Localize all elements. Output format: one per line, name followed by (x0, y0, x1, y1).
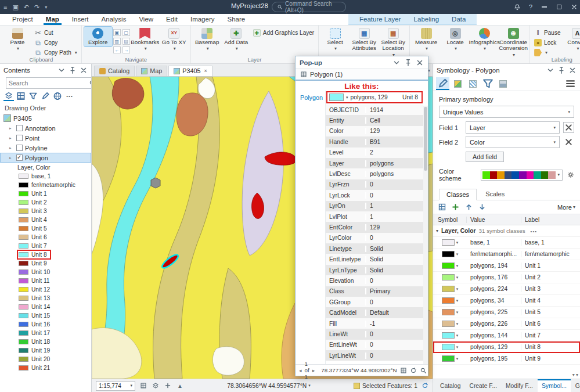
close-popup-icon[interactable] (416, 59, 424, 67)
copy-path-button[interactable]: ⧉Copy Path (33, 48, 79, 57)
legend-item[interactable]: fen\metamorphic (17, 181, 79, 189)
legend-item[interactable]: Unit 4 (17, 215, 51, 224)
previous-extent-icon[interactable]: ← (113, 46, 121, 53)
swatch-caret-icon[interactable] (456, 240, 459, 245)
symbol-class-row[interactable]: polygons, 129 Unit 8 (433, 341, 580, 353)
color-scheme-select[interactable]: ▾ (481, 170, 563, 181)
list-by-editing-icon[interactable] (40, 91, 51, 101)
tab-map[interactable]: Map (136, 66, 167, 76)
explore-button[interactable]: Explore (84, 27, 112, 46)
ribbon-tab[interactable]: Insert (66, 14, 95, 25)
qat-caret-icon[interactable]: ▾ (45, 5, 47, 10)
map-tree-item[interactable]: P3405 (0, 113, 91, 123)
tab-classes[interactable]: Classes (439, 189, 477, 200)
legend-item[interactable]: Unit 16 (17, 320, 53, 329)
close-tab-icon[interactable] (204, 68, 207, 74)
pin-icon[interactable] (557, 66, 565, 74)
legend-item[interactable]: Unit 18 (17, 337, 53, 346)
undo-icon[interactable]: ↶ (24, 3, 29, 11)
help-icon[interactable]: ? (529, 3, 532, 10)
legend-item[interactable]: Unit 8 (17, 250, 51, 259)
maximize-button[interactable] (556, 5, 563, 9)
symbol-layer-drawing-tab-icon[interactable] (481, 77, 495, 90)
symbol-swatch[interactable] (442, 297, 455, 304)
select-by-attributes-button[interactable]: ▦ Select By Attributes (350, 27, 378, 53)
symbol-swatch[interactable] (442, 262, 455, 269)
more-button[interactable]: More (557, 204, 575, 211)
symbol-swatch[interactable] (442, 239, 455, 246)
dock-tab[interactable]: Symbol... (538, 379, 571, 392)
symbology-method-select[interactable]: Unique Values ▾ (439, 106, 574, 118)
dock-tab[interactable]: Catalog (436, 379, 465, 392)
feature-group-row[interactable]: Polygon (1) (296, 69, 428, 81)
legend-item[interactable]: Unit 20 (17, 355, 53, 364)
list-by-data-source-icon[interactable] (16, 91, 26, 101)
layer-item[interactable]: Polygon (0, 153, 91, 163)
class-value[interactable]: fen\metamorphi... (467, 251, 521, 257)
swatch-caret-icon[interactable] (456, 310, 459, 315)
class-label[interactable]: Unit 7 (521, 332, 580, 339)
symbol-class-row[interactable]: fen\metamorphi... fen\metamorphic (433, 249, 580, 260)
symbol-swatch[interactable] (442, 332, 455, 339)
add-field-button[interactable]: Add field (466, 152, 504, 162)
class-label[interactable]: Unit 2 (521, 274, 580, 280)
class-value[interactable]: base, 1 (467, 239, 521, 246)
print-icon[interactable] (400, 367, 407, 374)
next-extent-icon[interactable]: → (123, 46, 130, 53)
layers-tool-icon[interactable] (152, 382, 160, 389)
dock-tab[interactable]: Geoproc... (571, 379, 580, 392)
collapse-chevron-icon[interactable] (436, 228, 438, 233)
legend-item[interactable]: Unit 9 (17, 259, 51, 268)
symbol-swatch[interactable] (442, 355, 455, 362)
primary-symbology-tab-icon[interactable] (436, 77, 449, 90)
list-by-drawing-order-icon[interactable] (3, 91, 14, 101)
layer-checkbox[interactable] (16, 125, 23, 131)
swatch-caret-icon[interactable] (456, 345, 459, 350)
legend-item[interactable]: Unit 11 (17, 276, 53, 285)
ribbon-tab[interactable]: Analysis (95, 14, 133, 25)
legend-item[interactable]: Unit 10 (17, 268, 53, 276)
save-icon[interactable]: ▣ (12, 3, 18, 11)
ribbon-tab[interactable]: Project (6, 14, 39, 25)
symbol-class-row[interactable]: base, 1 base, 1 (433, 237, 580, 249)
contents-search-box[interactable]: ▾ (6, 77, 92, 89)
full-extent-icon[interactable]: ▣ (113, 29, 121, 36)
measure-button[interactable]: Measure (412, 27, 440, 53)
column-value[interactable]: Value (467, 217, 521, 223)
legend-item[interactable]: Unit 12 (17, 285, 53, 294)
class-label[interactable]: Unit 8 (521, 344, 580, 350)
feature-swatch[interactable] (329, 93, 344, 101)
list-by-selection-icon[interactable] (28, 91, 38, 101)
column-symbol[interactable]: Symbol (433, 217, 467, 223)
ribbon-tab[interactable]: Imagery (184, 14, 221, 25)
class-label[interactable]: Unit 4 (521, 297, 580, 304)
field2-select[interactable]: Color ▾ (466, 136, 560, 148)
vary-symbology-tab-icon[interactable] (466, 77, 480, 90)
legend-item[interactable]: Unit 21 (17, 364, 53, 372)
class-value[interactable]: polygons, 226 (467, 321, 521, 327)
menu-icon[interactable]: ≡ (3, 3, 7, 10)
add-data-button[interactable]: ✚ Add Data (222, 27, 250, 53)
class-label[interactable]: Unit 3 (521, 286, 580, 292)
lock-labels-button[interactable]: ●Lock (532, 38, 562, 47)
swatch-caret-icon[interactable] (456, 322, 459, 326)
class-value[interactable]: polygons, 195 (467, 355, 521, 362)
zoom-selection-icon[interactable]: ▤ (123, 38, 130, 45)
layer-checkbox[interactable] (16, 145, 23, 151)
swatch-caret-icon[interactable] (456, 275, 459, 280)
panel-menu-chevron-icon[interactable] (392, 59, 401, 67)
close-panel-icon[interactable] (80, 66, 88, 74)
popup-scrollbar[interactable] (423, 106, 428, 364)
previous-feature-icon[interactable]: ◂ (299, 368, 302, 373)
more-view-modes-icon[interactable] (64, 91, 75, 101)
dock-tab[interactable]: Modify F... (502, 379, 537, 392)
class-value[interactable]: polygons, 225 (467, 309, 521, 315)
add-graphics-layer-button[interactable]: ✚ Add Graphics Layer (251, 28, 316, 37)
contextual-tab[interactable]: Data (445, 14, 472, 24)
move-up-icon[interactable] (464, 203, 473, 211)
edit-classes-icon[interactable] (438, 203, 446, 211)
go-to-xy-button[interactable]: XY Go To XY (160, 27, 188, 53)
cut-button[interactable]: ✂Cut (33, 28, 79, 37)
legend-item[interactable]: Unit 19 (17, 346, 53, 355)
symbol-swatch[interactable] (442, 344, 455, 350)
